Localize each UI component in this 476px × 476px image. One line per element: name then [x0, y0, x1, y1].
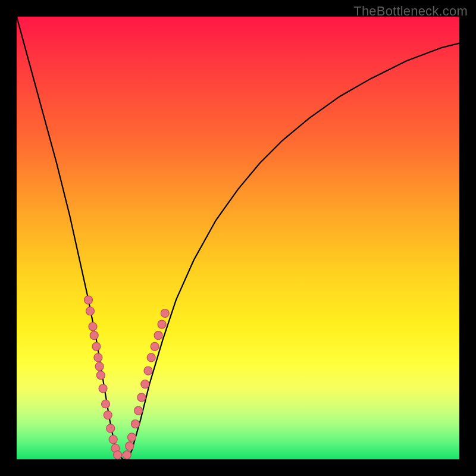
data-point — [109, 436, 117, 444]
data-point — [147, 353, 155, 362]
data-point — [137, 393, 146, 402]
data-point — [96, 371, 105, 380]
data-point — [141, 380, 149, 389]
data-point — [107, 424, 115, 433]
data-point — [89, 322, 97, 331]
data-point — [92, 342, 101, 350]
data-point — [127, 433, 136, 441]
data-point — [131, 419, 139, 428]
data-point — [90, 331, 98, 340]
chart-overlay — [17, 17, 459, 459]
data-point — [144, 367, 152, 375]
data-point — [94, 353, 102, 362]
plot-area — [17, 17, 459, 459]
bottleneck-curve — [17, 17, 459, 459]
data-point — [104, 411, 112, 419]
data-point — [99, 384, 107, 393]
data-point — [114, 451, 122, 459]
data-point — [154, 331, 162, 340]
watermark-text: TheBottleneck.com — [353, 4, 468, 19]
data-point — [95, 362, 104, 371]
data-point — [161, 309, 169, 317]
data-point — [158, 320, 166, 328]
data-point — [151, 342, 159, 350]
data-markers — [84, 296, 170, 459]
data-point — [134, 406, 143, 415]
data-point — [102, 400, 110, 408]
data-point — [126, 442, 134, 450]
chart-frame: TheBottleneck.com — [0, 0, 476, 476]
data-point — [84, 296, 93, 304]
data-point — [123, 451, 131, 459]
data-point — [86, 307, 95, 315]
